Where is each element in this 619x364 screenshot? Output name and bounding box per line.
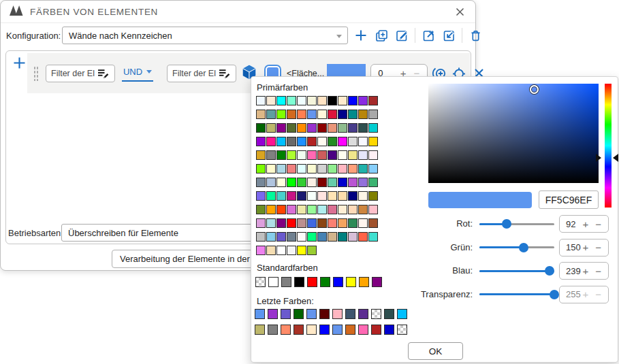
color-swatch[interactable] bbox=[297, 137, 306, 146]
color-swatch[interactable] bbox=[317, 150, 327, 160]
color-swatch[interactable] bbox=[338, 178, 347, 187]
color-swatch[interactable] bbox=[338, 110, 347, 119]
color-swatch[interactable] bbox=[358, 309, 368, 319]
color-swatch[interactable] bbox=[266, 150, 276, 160]
color-swatch[interactable] bbox=[276, 178, 286, 187]
color-swatch[interactable] bbox=[266, 205, 276, 214]
color-swatch[interactable] bbox=[338, 164, 347, 173]
drag-handle[interactable] bbox=[33, 65, 39, 81]
color-swatch[interactable] bbox=[256, 123, 266, 133]
color-swatch[interactable] bbox=[306, 325, 317, 335]
saturation-value-gradient[interactable] bbox=[428, 84, 599, 183]
color-swatch[interactable] bbox=[268, 325, 278, 335]
color-swatch[interactable] bbox=[297, 178, 306, 187]
export-configuration-button[interactable] bbox=[420, 27, 437, 44]
decrement-icon[interactable]: − bbox=[595, 218, 601, 230]
hue-bar[interactable] bbox=[605, 84, 612, 208]
color-swatch[interactable] bbox=[266, 178, 276, 187]
edit-configuration-button[interactable] bbox=[394, 27, 410, 44]
slider-thumb[interactable] bbox=[545, 266, 554, 276]
color-swatch[interactable] bbox=[266, 191, 276, 201]
color-swatch[interactable] bbox=[328, 150, 337, 160]
filter-2-button[interactable]: Filter der El bbox=[167, 65, 236, 82]
gradient-marker[interactable] bbox=[530, 85, 539, 94]
color-swatch[interactable] bbox=[338, 137, 347, 146]
color-swatch[interactable] bbox=[307, 191, 317, 201]
color-swatch[interactable] bbox=[266, 110, 276, 119]
slider-thumb[interactable] bbox=[502, 219, 511, 229]
color-swatch[interactable] bbox=[297, 205, 306, 214]
color-swatch[interactable] bbox=[266, 137, 276, 146]
color-swatch[interactable] bbox=[276, 191, 286, 201]
color-swatch[interactable] bbox=[276, 205, 286, 214]
import-configuration-button[interactable] bbox=[441, 27, 457, 44]
color-swatch[interactable] bbox=[368, 164, 378, 173]
color-swatch[interactable] bbox=[348, 164, 358, 173]
color-swatch[interactable] bbox=[358, 123, 368, 133]
color-swatch[interactable] bbox=[266, 123, 276, 133]
color-swatch[interactable] bbox=[371, 325, 381, 335]
color-swatch[interactable] bbox=[281, 325, 291, 335]
color-swatch[interactable] bbox=[345, 309, 355, 319]
color-swatch[interactable] bbox=[306, 309, 317, 319]
add-rule-button[interactable] bbox=[12, 55, 27, 70]
color-swatch[interactable] bbox=[297, 191, 306, 201]
increment-icon[interactable]: + bbox=[582, 288, 588, 300]
color-swatch[interactable] bbox=[307, 178, 317, 187]
color-swatch[interactable] bbox=[293, 325, 304, 335]
color-swatch[interactable] bbox=[307, 123, 317, 133]
color-swatch[interactable] bbox=[358, 325, 368, 335]
color-swatch[interactable] bbox=[297, 123, 306, 133]
color-swatch[interactable] bbox=[307, 96, 317, 105]
color-swatch[interactable] bbox=[368, 123, 378, 133]
color-swatch[interactable] bbox=[307, 205, 317, 214]
color-swatch[interactable] bbox=[338, 191, 347, 201]
color-swatch[interactable] bbox=[371, 309, 381, 319]
color-swatch[interactable] bbox=[348, 191, 358, 201]
decrement-icon[interactable]: − bbox=[595, 265, 601, 277]
color-swatch[interactable] bbox=[332, 325, 343, 335]
color-swatch[interactable] bbox=[287, 110, 296, 119]
color-swatch[interactable] bbox=[281, 309, 291, 319]
color-swatch[interactable] bbox=[287, 191, 296, 201]
increment-icon[interactable]: + bbox=[582, 242, 588, 253]
decrement-icon[interactable]: − bbox=[595, 288, 601, 300]
filter-1-button[interactable]: Filter der El bbox=[46, 65, 115, 82]
color-swatch[interactable] bbox=[328, 191, 337, 201]
slider-track[interactable] bbox=[479, 223, 554, 225]
color-swatch[interactable] bbox=[307, 164, 317, 173]
color-swatch[interactable] bbox=[297, 96, 306, 105]
duplicate-configuration-button[interactable] bbox=[373, 27, 390, 44]
color-swatch[interactable] bbox=[348, 110, 358, 119]
color-swatch[interactable] bbox=[348, 96, 358, 105]
color-swatch[interactable] bbox=[276, 164, 286, 173]
color-swatch[interactable] bbox=[256, 150, 266, 160]
color-swatch[interactable] bbox=[276, 96, 286, 105]
color-swatch[interactable] bbox=[328, 110, 337, 119]
slider-track[interactable] bbox=[479, 270, 554, 272]
color-swatch[interactable] bbox=[317, 178, 327, 187]
color-swatch[interactable] bbox=[328, 178, 337, 187]
color-swatch[interactable] bbox=[358, 205, 368, 214]
color-swatch[interactable] bbox=[319, 309, 330, 319]
color-swatch[interactable] bbox=[307, 137, 317, 146]
color-swatch[interactable] bbox=[266, 164, 276, 173]
color-swatch[interactable] bbox=[276, 150, 286, 160]
color-swatch[interactable] bbox=[317, 164, 327, 173]
color-swatch[interactable] bbox=[256, 178, 266, 187]
color-swatch[interactable] bbox=[317, 96, 327, 105]
slider-thumb[interactable] bbox=[550, 290, 559, 299]
color-swatch[interactable] bbox=[358, 150, 368, 160]
add-configuration-button[interactable] bbox=[353, 27, 369, 44]
color-swatch[interactable] bbox=[348, 123, 358, 133]
decrement-icon[interactable]: − bbox=[595, 242, 601, 253]
color-swatch[interactable] bbox=[256, 191, 266, 201]
color-swatch[interactable] bbox=[255, 325, 265, 335]
color-swatch[interactable] bbox=[328, 123, 337, 133]
color-swatch[interactable] bbox=[338, 150, 347, 160]
color-swatch[interactable] bbox=[287, 96, 296, 105]
color-swatch[interactable] bbox=[345, 325, 355, 335]
close-icon[interactable] bbox=[452, 4, 467, 19]
color-swatch[interactable] bbox=[338, 123, 347, 133]
color-swatch[interactable] bbox=[287, 164, 296, 173]
